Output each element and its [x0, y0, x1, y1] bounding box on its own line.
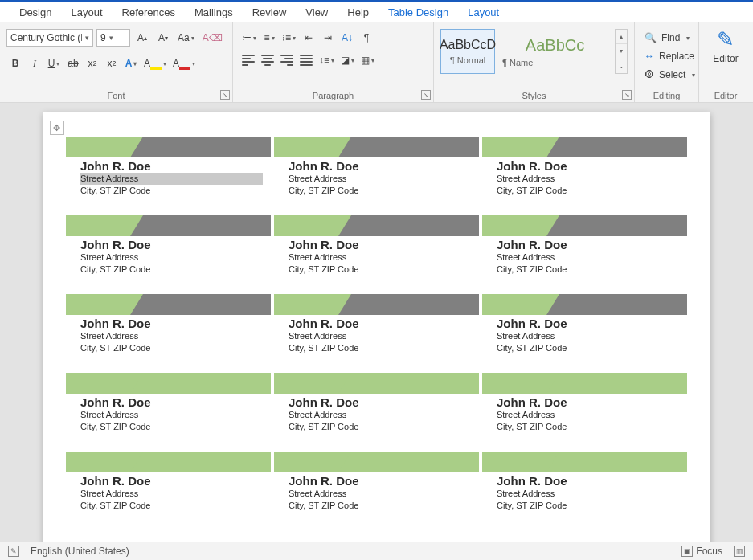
styles-gallery-spinner[interactable]: ▴ ▾ ⌄ [615, 29, 628, 74]
select-button[interactable]: ⭗ Select ▾ [641, 66, 692, 84]
card-city[interactable]: City, ST ZIP Code [289, 264, 471, 276]
label-card[interactable]: John R. DoeStreet AddressCity, ST ZIP Co… [274, 452, 479, 522]
numbering-button[interactable]: ≡▾ [260, 29, 278, 47]
bold-button[interactable]: B [6, 55, 24, 72]
card-city[interactable]: City, ST ZIP Code [80, 421, 263, 433]
card-name[interactable]: John R. Doe [289, 474, 471, 488]
card-city[interactable]: City, ST ZIP Code [497, 264, 679, 276]
font-color-button[interactable]: A▾ [170, 55, 198, 72]
menu-review[interactable]: Review [243, 3, 297, 22]
card-name[interactable]: John R. Doe [497, 474, 679, 488]
subscript-button[interactable]: x2 [84, 55, 101, 72]
card-address[interactable]: Street Address [497, 409, 679, 421]
card-city[interactable]: City, ST ZIP Code [497, 421, 679, 433]
line-spacing-button[interactable]: ↕≡▾ [317, 51, 337, 69]
superscript-button[interactable]: x2 [103, 55, 121, 72]
card-address[interactable]: Street Address [289, 173, 471, 185]
editor-icon[interactable]: ✎ [717, 29, 735, 50]
italic-button[interactable]: I [26, 55, 43, 72]
spellcheck-icon[interactable]: ✎ [8, 546, 19, 557]
align-justify-button[interactable] [297, 51, 315, 69]
card-city[interactable]: City, ST ZIP Code [80, 185, 263, 197]
card-city[interactable]: City, ST ZIP Code [80, 500, 263, 512]
card-address[interactable]: Street Address [80, 251, 263, 264]
label-card[interactable]: John R. DoeStreet AddressCity, ST ZIP Co… [274, 373, 479, 444]
card-city[interactable]: City, ST ZIP Code [289, 500, 471, 512]
card-name[interactable]: John R. Doe [497, 317, 679, 330]
align-left-button[interactable] [239, 51, 257, 69]
style-name-style[interactable]: AaBbCc ¶ Name [495, 29, 615, 74]
style-normal[interactable]: AaBbCcD ¶ Normal [440, 29, 495, 74]
card-text-block[interactable]: John R. DoeStreet AddressCity, ST ZIP Co… [80, 469, 263, 513]
card-name[interactable]: John R. Doe [497, 238, 679, 251]
card-text-block[interactable]: John R. DoeStreet AddressCity, ST ZIP Co… [289, 390, 471, 434]
card-address[interactable]: Street Address [497, 330, 679, 342]
card-address[interactable]: Street Address [80, 409, 263, 421]
card-name[interactable]: John R. Doe [289, 317, 471, 330]
label-card[interactable]: John R. DoeStreet AddressCity, ST ZIP Co… [66, 452, 271, 522]
card-address[interactable]: Street Address [80, 330, 263, 342]
menu-layout[interactable]: Layout [61, 3, 112, 22]
change-case-button[interactable]: Aa▾ [175, 29, 197, 47]
label-card[interactable]: John R. DoeStreet AddressCity, ST ZIP Co… [66, 294, 271, 365]
card-address[interactable]: Street Address [289, 409, 471, 421]
show-marks-button[interactable]: ¶ [358, 29, 375, 47]
card-city[interactable]: City, ST ZIP Code [80, 264, 263, 276]
card-address[interactable]: Street Address [497, 251, 679, 264]
card-name[interactable]: John R. Doe [80, 317, 263, 330]
card-city[interactable]: City, ST ZIP Code [497, 500, 679, 512]
card-city[interactable]: City, ST ZIP Code [289, 342, 471, 354]
table-move-handle[interactable]: ✥ [50, 121, 64, 135]
align-right-button[interactable] [278, 51, 296, 69]
label-card[interactable]: John R. DoeStreet AddressCity, ST ZIP Co… [482, 137, 687, 207]
read-mode-icon[interactable]: ▥ [734, 546, 745, 557]
card-name[interactable]: John R. Doe [80, 474, 263, 488]
card-name[interactable]: John R. Doe [289, 238, 471, 251]
card-address[interactable]: Street Address [289, 488, 471, 500]
grow-font-button[interactable]: A▴ [133, 29, 151, 47]
card-text-block[interactable]: John R. DoeStreet AddressCity, ST ZIP Co… [80, 233, 263, 276]
card-text-block[interactable]: John R. DoeStreet AddressCity, ST ZIP Co… [497, 312, 679, 355]
card-text-block[interactable]: John R. DoeStreet AddressCity, ST ZIP Co… [289, 233, 471, 276]
card-name[interactable]: John R. Doe [80, 238, 263, 251]
card-city[interactable]: City, ST ZIP Code [289, 421, 471, 433]
label-card[interactable]: John R. DoeStreet AddressCity, ST ZIP Co… [66, 373, 271, 444]
card-city[interactable]: City, ST ZIP Code [497, 185, 679, 197]
document-canvas[interactable]: ✥ John R. DoeStreet AddressCity, ST ZIP … [0, 103, 753, 542]
card-text-block[interactable]: John R. DoeStreet AddressCity, ST ZIP Co… [497, 233, 679, 276]
card-city[interactable]: City, ST ZIP Code [497, 342, 679, 354]
card-city[interactable]: City, ST ZIP Code [289, 185, 471, 197]
multilevel-button[interactable]: ⁝≡▾ [280, 29, 298, 47]
card-text-block[interactable]: John R. DoeStreet AddressCity, ST ZIP Co… [289, 154, 471, 198]
label-card[interactable]: John R. DoeStreet AddressCity, ST ZIP Co… [482, 215, 687, 286]
focus-mode-button[interactable]: ▣ Focus [681, 546, 722, 557]
card-address[interactable]: Street Address [289, 330, 471, 342]
menu-references[interactable]: References [113, 3, 185, 22]
card-text-block[interactable]: John R. DoeStreet AddressCity, ST ZIP Co… [289, 312, 471, 355]
find-button[interactable]: 🔍 Find ▾ [641, 29, 692, 47]
card-name[interactable]: John R. Doe [497, 159, 679, 173]
label-card[interactable]: John R. DoeStreet AddressCity, ST ZIP Co… [274, 137, 479, 207]
label-card[interactable]: John R. DoeStreet AddressCity, ST ZIP Co… [274, 215, 479, 286]
align-center-button[interactable] [259, 51, 276, 69]
borders-button[interactable]: ▦▾ [358, 51, 377, 69]
menu-table-design[interactable]: Table Design [379, 3, 458, 22]
card-name[interactable]: John R. Doe [497, 395, 679, 409]
card-city[interactable]: City, ST ZIP Code [80, 342, 263, 354]
card-address[interactable]: Street Address [289, 251, 471, 264]
decrease-indent-button[interactable]: ⇤ [300, 29, 317, 47]
styles-dialog-launcher[interactable]: ↘ [622, 90, 632, 100]
card-text-block[interactable]: John R. DoeStreet AddressCity, ST ZIP Co… [80, 390, 263, 434]
document-page[interactable]: ✥ John R. DoeStreet AddressCity, ST ZIP … [43, 112, 710, 542]
bullets-button[interactable]: ≔▾ [239, 29, 259, 47]
card-text-block[interactable]: John R. DoeStreet AddressCity, ST ZIP Co… [289, 469, 471, 513]
menu-design[interactable]: Design [10, 3, 61, 22]
card-text-block[interactable]: John R. DoeStreet AddressCity, ST ZIP Co… [497, 469, 679, 513]
increase-indent-button[interactable]: ⇥ [319, 29, 337, 47]
card-text-block[interactable]: John R. DoeStreet AddressCity, ST ZIP Co… [80, 154, 263, 198]
label-card[interactable]: John R. DoeStreet AddressCity, ST ZIP Co… [482, 294, 687, 365]
label-card[interactable]: John R. DoeStreet AddressCity, ST ZIP Co… [482, 373, 687, 444]
paragraph-dialog-launcher[interactable]: ↘ [421, 90, 431, 100]
replace-button[interactable]: ↔ Replace [641, 47, 692, 65]
label-card[interactable]: John R. DoeStreet AddressCity, ST ZIP Co… [66, 215, 271, 286]
